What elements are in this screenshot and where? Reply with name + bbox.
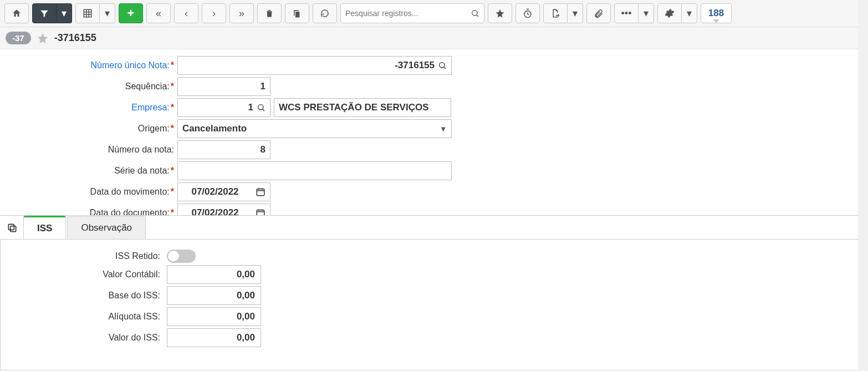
- more-button[interactable]: •••: [614, 3, 639, 23]
- field-origem[interactable]: Cancelamento ▼: [177, 119, 452, 138]
- toolbar: ▾ ▾ + « ‹ › » ▾: [0, 0, 868, 27]
- search-box[interactable]: [340, 3, 484, 23]
- label-empresa[interactable]: Empresa:*: [0, 103, 177, 113]
- filter-group: ▾: [32, 3, 72, 23]
- label-data-movimento: Data do movimento:*: [0, 187, 177, 197]
- home-button[interactable]: [4, 3, 29, 23]
- value-empresa-code: 1: [248, 102, 253, 113]
- label-origem: Origem:*: [0, 124, 177, 134]
- label-base-iss: Base do ISS:: [1, 291, 167, 301]
- search-input[interactable]: [345, 9, 471, 18]
- value-data-movimento: 07/02/2022: [178, 186, 252, 197]
- label-valor-contabil: Valor Contábil:: [1, 270, 167, 279]
- field-sequencia[interactable]: 1: [177, 77, 270, 96]
- tab-content-iss: ISS Retido: Valor Contábil: 0,00 Base do…: [0, 239, 868, 370]
- filter-dropdown-button[interactable]: ▾: [57, 3, 72, 23]
- star-icon[interactable]: [37, 32, 49, 44]
- svg-point-4: [258, 105, 263, 110]
- settings-button[interactable]: [657, 3, 682, 23]
- nav-first-button[interactable]: «: [146, 3, 171, 23]
- tab-observacao[interactable]: Observação: [67, 216, 146, 239]
- calendar-icon[interactable]: [256, 187, 265, 197]
- settings-dropdown-button[interactable]: ▾: [682, 3, 697, 23]
- record-title: -3716155: [54, 32, 96, 44]
- field-numero-unico[interactable]: -3716155: [177, 56, 452, 75]
- record-counter-value: 188: [708, 8, 724, 19]
- field-base-iss[interactable]: 0,00: [167, 286, 261, 305]
- value-data-documento: 07/02/2022: [178, 207, 252, 216]
- grid-group: ▾: [75, 3, 115, 23]
- filter-button[interactable]: [32, 3, 57, 23]
- favorite-button[interactable]: [488, 3, 512, 23]
- field-valor-iss[interactable]: 0,00: [167, 328, 261, 347]
- field-serie-nota[interactable]: [177, 161, 452, 180]
- record-counter[interactable]: 188: [701, 3, 732, 23]
- export-dropdown-button[interactable]: ▾: [568, 3, 583, 23]
- delete-button[interactable]: [257, 3, 282, 23]
- svg-point-1: [472, 11, 477, 16]
- label-valor-iss: Valor do ISS:: [1, 333, 167, 343]
- tab-pill[interactable]: -37: [6, 32, 31, 44]
- nav-last-button[interactable]: »: [229, 3, 254, 23]
- field-aliquota-iss[interactable]: 0,00: [167, 307, 261, 326]
- value-sequencia: 1: [261, 81, 265, 92]
- export-group: ▾: [543, 3, 583, 23]
- svg-rect-7: [11, 226, 16, 232]
- value-numero-unico: -3716155: [395, 60, 435, 71]
- page-scrollbar[interactable]: [858, 0, 868, 371]
- field-valor-contabil[interactable]: 0,00: [167, 265, 261, 284]
- svg-rect-5: [257, 189, 264, 196]
- label-aliquota-iss: Alíquota ISS:: [1, 312, 167, 322]
- subheader: -37 -3716155: [0, 27, 868, 49]
- svg-rect-0: [84, 9, 91, 17]
- settings-group: ▾: [657, 3, 697, 23]
- toggle-iss-retido[interactable]: [167, 250, 196, 263]
- attach-button[interactable]: [586, 3, 611, 23]
- field-data-documento[interactable]: 07/02/2022: [177, 204, 270, 216]
- copy-record-button[interactable]: [285, 3, 309, 23]
- add-button[interactable]: +: [119, 3, 143, 23]
- label-sequencia: Sequência:*: [0, 82, 177, 92]
- label-numero-nota: Número da nota:: [0, 145, 177, 155]
- timer-button[interactable]: [515, 3, 540, 23]
- grid-dropdown-button[interactable]: ▾: [100, 3, 115, 23]
- nav-prev-button[interactable]: ‹: [174, 3, 198, 23]
- chevron-down-icon: ▼: [440, 125, 447, 133]
- svg-point-3: [440, 63, 445, 68]
- search-icon[interactable]: [257, 103, 265, 112]
- label-serie-nota: Série da nota:*: [0, 166, 177, 176]
- nav-next-button[interactable]: ›: [202, 3, 226, 23]
- field-empresa-name: WCS PRESTAÇÃO DE SERVIÇOS: [274, 98, 451, 117]
- copy-icon[interactable]: [4, 220, 20, 236]
- search-icon[interactable]: [438, 61, 447, 70]
- value-valor-iss: 0,00: [237, 332, 255, 343]
- export-button[interactable]: [543, 3, 568, 23]
- value-numero-nota: 8: [261, 144, 265, 155]
- refresh-button[interactable]: [313, 3, 337, 23]
- label-numero-unico[interactable]: Número único Nota:*: [0, 60, 177, 70]
- value-base-iss: 0,00: [237, 290, 255, 301]
- tab-iss[interactable]: ISS: [23, 216, 66, 240]
- value-aliquota-iss: 0,00: [237, 311, 255, 322]
- more-group: ••• ▾: [614, 3, 654, 23]
- more-dropdown-button[interactable]: ▾: [639, 3, 654, 23]
- grid-button[interactable]: [75, 3, 100, 23]
- field-numero-nota[interactable]: 8: [177, 140, 270, 159]
- value-valor-contabil: 0,00: [237, 269, 255, 280]
- search-icon: [471, 9, 479, 18]
- svg-rect-8: [8, 224, 14, 230]
- label-data-documento: Data do documento:*: [0, 208, 177, 216]
- tabbar: ISS Observação: [0, 216, 868, 240]
- field-data-movimento[interactable]: 07/02/2022: [177, 182, 270, 201]
- svg-rect-6: [257, 210, 264, 216]
- calendar-icon[interactable]: [256, 208, 265, 216]
- value-origem: Cancelamento: [182, 123, 247, 134]
- form-pane: Número único Nota:* -3716155 Sequência:*…: [0, 49, 868, 216]
- field-empresa-code[interactable]: 1: [177, 98, 270, 117]
- label-iss-retido: ISS Retido:: [1, 251, 167, 261]
